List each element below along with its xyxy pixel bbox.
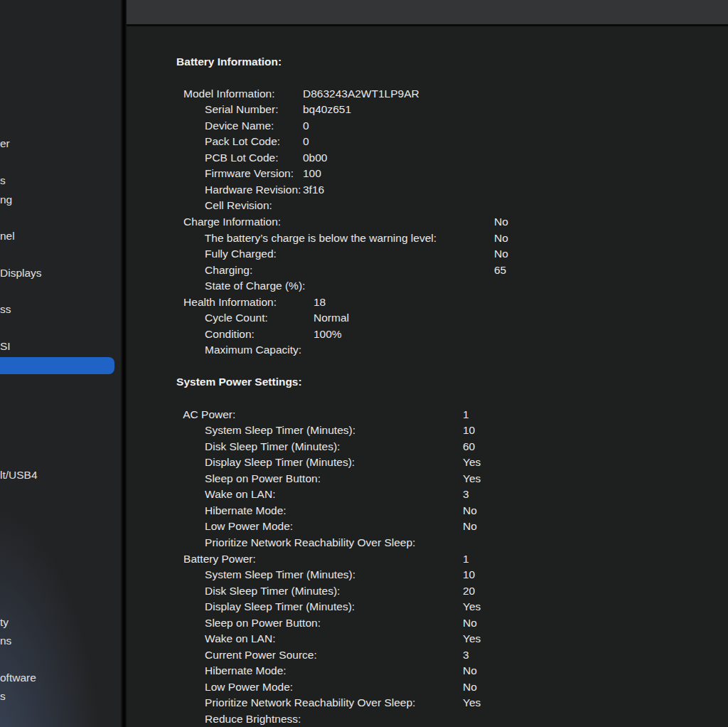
report-line: Fully Charged: No — [127, 230, 728, 247]
report-line: Cycle Count: 18 — [127, 294, 728, 311]
report-line: Wake on LAN: Yes — [127, 471, 728, 487]
report-line — [127, 374, 728, 391]
report-value: Yes — [463, 455, 481, 471]
report-line: PCB Lot Code: 0 — [127, 134, 728, 150]
content-pane: Battery Information: Model Information: … — [127, 0, 728, 727]
report-line: Battery Power: — [127, 535, 728, 551]
report-line: Model Information: — [127, 70, 728, 86]
report-value: 60 — [463, 439, 475, 455]
sidebar-item-fragment[interactable]: er — [0, 137, 10, 150]
report-value: Yes — [463, 695, 481, 711]
report-line: State of Charge (%): 65 — [127, 262, 728, 279]
report-line: Current Power Source: Yes — [127, 631, 728, 647]
report-value: 18 — [314, 294, 326, 311]
report-value: No — [494, 246, 508, 262]
report-value: 0 — [303, 134, 309, 150]
toolbar-bottom-strip — [127, 0, 728, 26]
report-line: Disk Sleep Timer (Minutes): 10 — [127, 567, 728, 583]
report-line: Display Sleep Timer (Minutes): 20 — [127, 583, 728, 600]
report-line: Device Name: bq40z651 — [127, 102, 728, 118]
report-line: The battery’s charge is below the warnin… — [127, 214, 728, 230]
report-line: Battery Information: — [127, 38, 728, 54]
report-label: Reduce Brightness: — [205, 713, 301, 725]
report-value: Normal — [314, 310, 349, 327]
sidebar-item-fragment[interactable]: oftware — [0, 672, 36, 684]
report-value: No — [463, 503, 477, 519]
sidebar-item-fragment[interactable]: ty — [0, 616, 9, 629]
report-value: No — [463, 519, 477, 535]
sidebar-item-fragment[interactable]: s — [0, 174, 6, 187]
sidebar-item-fragment[interactable]: s — [0, 690, 6, 703]
report-line: Hibernate Mode: 3 — [127, 647, 728, 664]
report-value: No — [494, 230, 508, 247]
battery-report: Battery Information: Model Information: … — [127, 38, 728, 711]
report-value: No — [463, 663, 477, 679]
report-line: Serial Number: D863243A2WT1LP9AR — [127, 86, 728, 102]
report-line: Health Information: — [127, 278, 728, 294]
report-line: Firmware Version: 0b00 — [127, 150, 728, 166]
report-value: 1 — [463, 407, 469, 423]
report-value: 100% — [314, 327, 342, 343]
sidebar-content-divider — [121, 0, 127, 727]
report-line: Condition: Normal — [127, 310, 728, 327]
report-value: 0 — [303, 118, 309, 134]
report-line: Wake on LAN: No — [127, 615, 728, 632]
report-line: Prioritize Network Reachability Over Sle… — [127, 679, 728, 696]
report-line: Low Power Mode: No — [127, 663, 728, 679]
report-line: Sleep on Power Button: Yes — [127, 599, 728, 615]
sidebar: er s ng nel Displays ss SI lt/USB4 ty ns… — [0, 0, 121, 727]
report-value: 0b00 — [303, 150, 327, 166]
sidebar-item-fragment[interactable]: SI — [0, 340, 11, 353]
report-line: Hibernate Mode: 3 — [127, 487, 728, 503]
sidebar-item-fragment[interactable]: Displays — [0, 267, 42, 280]
report-line: Charging: No — [127, 246, 728, 262]
report-line — [127, 54, 728, 70]
report-line: Prioritize Network Reachability Over Sle… — [127, 519, 728, 535]
report-value: D863243A2WT1LP9AR — [303, 86, 419, 102]
report-value: 10 — [463, 423, 475, 439]
report-line: Sleep on Power Button: Yes — [127, 455, 728, 471]
sidebar-item-fragment[interactable]: ng — [0, 193, 12, 206]
report-line: Pack Lot Code: 0 — [127, 118, 728, 134]
report-value: No — [463, 679, 477, 696]
sidebar-selected-item-power[interactable] — [0, 357, 114, 374]
report-line: Display Sleep Timer (Minutes): 60 — [127, 439, 728, 455]
sidebar-item-fragment[interactable]: ss — [0, 303, 11, 316]
report-line: System Power Settings: — [127, 359, 728, 375]
system-information-window: er s ng nel Displays ss SI lt/USB4 ty ns… — [0, 0, 728, 727]
report-value: bq40z651 — [303, 102, 351, 118]
report-value: 65 — [494, 262, 506, 279]
report-line: Reduce Brightness: Yes — [127, 695, 728, 711]
report-line: Maximum Capacity: 100% — [127, 327, 728, 343]
report-line — [127, 342, 728, 359]
report-line: Low Power Mode: No — [127, 503, 728, 519]
report-value: 100 — [303, 166, 321, 182]
report-value: Yes — [463, 599, 481, 615]
report-value: No — [463, 615, 477, 632]
report-line: Disk Sleep Timer (Minutes): 10 — [127, 423, 728, 439]
report-line: AC Power: — [127, 391, 728, 407]
report-line: Hardware Revision: 100 — [127, 166, 728, 182]
report-value: 10 — [463, 567, 475, 583]
report-value: 3 — [463, 647, 469, 664]
report-value: Yes — [463, 471, 481, 487]
sidebar-item-fragment[interactable]: ns — [0, 635, 11, 647]
report-value: No — [494, 214, 508, 230]
report-value: Yes — [463, 631, 481, 647]
report-value: 3f16 — [303, 182, 324, 198]
report-line: System Sleep Timer (Minutes): 1 — [127, 551, 728, 568]
sidebar-item-fragment[interactable]: nel — [0, 230, 15, 243]
report-line: System Sleep Timer (Minutes): 1 — [127, 407, 728, 423]
report-value: 1 — [463, 551, 469, 568]
report-line: Cell Revision: 3f16 — [127, 182, 728, 198]
report-value: 3 — [463, 487, 469, 503]
report-line: Charge Information: — [127, 198, 728, 214]
sidebar-item-fragment[interactable]: lt/USB4 — [0, 469, 38, 482]
report-value: 20 — [463, 583, 475, 600]
